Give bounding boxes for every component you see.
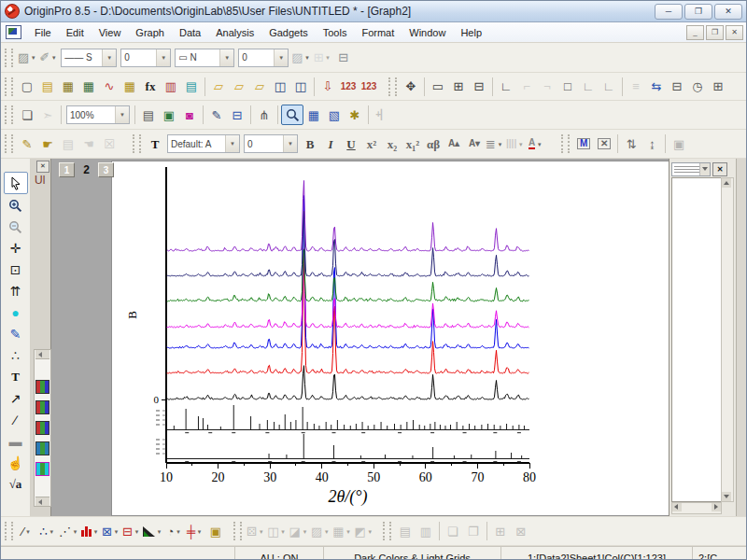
import-single-ascii-button[interactable]: 123	[338, 77, 359, 96]
project-explorer-close-button[interactable]: ✕	[712, 162, 727, 176]
mdi-restore-button[interactable]: ❐	[706, 25, 724, 40]
arrow-tool[interactable]: ↗	[5, 388, 27, 409]
column-plot-dropdown[interactable]: ▾	[92, 528, 100, 535]
stock-plot-dropdown[interactable]: ▾	[195, 528, 204, 535]
layer-grid-alt-button[interactable]: ⊟	[469, 77, 489, 96]
axes-corner-button[interactable]: ∟	[578, 77, 599, 96]
menu-item-help[interactable]: Help	[453, 25, 489, 40]
mask-range-tool[interactable]: ●	[5, 302, 27, 323]
toolbar-grip[interactable]	[133, 134, 141, 153]
new-matrix-button[interactable]: ▦	[78, 77, 99, 96]
fill-color-button[interactable]: ▨▾	[17, 49, 38, 67]
border-style-combo[interactable]: ▭ N▼	[175, 49, 234, 67]
column-plot-button[interactable]: ▾	[80, 522, 101, 540]
horizontal-scrollbar[interactable]	[671, 502, 722, 514]
toolbar-grip[interactable]	[5, 134, 13, 153]
italic-button[interactable]: I	[320, 134, 341, 153]
scroll-down-icon[interactable]	[722, 492, 731, 501]
polar-plot-button[interactable]: ◔▾	[164, 522, 185, 540]
chevron-down-icon[interactable]: ▼	[156, 49, 170, 66]
zoom-out-tool[interactable]	[5, 217, 27, 237]
edit-mode-button[interactable]: ✎	[206, 105, 227, 124]
menu-item-view[interactable]: View	[92, 25, 129, 40]
line-plot-dropdown[interactable]: ▾	[24, 528, 33, 535]
chevron-down-icon[interactable]: ▼	[283, 135, 297, 152]
workbook-icon[interactable]	[35, 421, 49, 435]
text-tool[interactable]: T	[5, 367, 27, 387]
font-tool-button[interactable]: T	[145, 134, 165, 153]
menu-item-format[interactable]: Format	[354, 25, 402, 40]
grid-border-dropdown[interactable]: ▾	[324, 54, 332, 61]
superscript-button[interactable]: x²	[361, 134, 382, 153]
scatter-plot-button[interactable]: ∴▾	[37, 522, 58, 540]
template-plot-button[interactable]: ⊠▾	[101, 522, 121, 540]
format-painter-button[interactable]: ✎	[17, 134, 37, 153]
date-time-stamp-button[interactable]: ◷	[687, 77, 708, 96]
screen-capture-button[interactable]: ◙	[179, 105, 200, 124]
split-view-button[interactable]: ⊟	[227, 105, 247, 124]
restore-button[interactable]: ❐	[684, 4, 712, 20]
line-style-combo[interactable]: —— S▼	[61, 49, 117, 67]
toolbar-grip[interactable]	[5, 105, 13, 124]
line-color-dropdown[interactable]: ▾	[49, 54, 58, 61]
chevron-down-icon[interactable]: ▼	[274, 49, 288, 66]
template-plot-dropdown[interactable]: ▾	[112, 528, 120, 535]
layer-grid-button[interactable]: ⊞	[448, 77, 469, 96]
line-symbol-plot-button[interactable]: ⋰▾	[58, 522, 80, 540]
mdi-minimize-button[interactable]: _	[686, 25, 704, 40]
exclude-from-master-button[interactable]: ✕	[594, 134, 614, 153]
decrease-spacing-button[interactable]: ↨	[641, 134, 662, 153]
copy-format-button[interactable]: ☛	[37, 134, 58, 153]
update-legend-button[interactable]: ⇆	[646, 77, 667, 96]
toolbar-grip[interactable]	[383, 522, 391, 540]
font-color-button[interactable]: A▾	[526, 134, 546, 153]
new-project-button[interactable]: ▢	[17, 77, 37, 96]
new-workbook-button[interactable]: ▦	[58, 77, 78, 96]
menu-item-tools[interactable]: Tools	[316, 25, 355, 40]
line-width-combo[interactable]: 0▼	[120, 49, 171, 67]
equation-tool[interactable]: √a	[5, 474, 27, 495]
font-name-combo[interactable]: Default: A▼	[167, 134, 240, 153]
minimize-button[interactable]: ─	[655, 4, 683, 20]
contour-plot-dropdown[interactable]: ▾	[366, 528, 374, 535]
graph-page[interactable]: 10203040506070802θ/(°)B0	[111, 161, 669, 516]
toolbar-grip[interactable]	[561, 134, 570, 153]
open-button[interactable]: ▱	[208, 77, 229, 96]
new-excel-workbook-button[interactable]: ▦	[120, 77, 140, 96]
area-plot-button[interactable]: ▾	[142, 522, 164, 540]
menu-item-edit[interactable]: Edit	[59, 25, 92, 40]
3d-bars-plot-dropdown[interactable]: ▾	[345, 528, 353, 535]
save-project-button[interactable]: ◫	[270, 77, 290, 96]
new-notes-button[interactable]: ▤	[181, 77, 202, 96]
view-edit-sheet-button[interactable]: ▧	[324, 105, 345, 124]
line-symbol-plot-dropdown[interactable]: ▾	[71, 528, 79, 535]
color-scale-button[interactable]: ⊟	[667, 77, 687, 96]
menu-item-gadgets[interactable]: Gadgets	[261, 25, 316, 40]
fill-color-dropdown[interactable]: ▾	[29, 54, 37, 61]
open-excel-button[interactable]: ▱	[249, 77, 270, 96]
new-layout-button[interactable]: ▥	[161, 77, 181, 96]
line-color-button[interactable]: ✐▾	[38, 49, 59, 67]
greek-symbols-button[interactable]: αβ	[423, 134, 444, 153]
chevron-down-icon[interactable]: ▼	[225, 135, 239, 152]
underline-button[interactable]: U	[341, 134, 361, 153]
alignment-button[interactable]: ≣▾	[485, 134, 505, 153]
zoom-all-button[interactable]	[281, 105, 303, 125]
import-multiple-ascii-button[interactable]: 123	[359, 77, 379, 96]
toolbar-grip[interactable]	[5, 77, 13, 96]
alignment-dropdown[interactable]: ▾	[496, 141, 504, 147]
3d-wireframe-plot-dropdown[interactable]: ▾	[322, 528, 331, 535]
folder-select[interactable]	[671, 162, 711, 176]
left-dock-close-button[interactable]: ✕	[36, 161, 49, 173]
menu-item-file[interactable]: File	[27, 25, 59, 40]
zoom-level-combo[interactable]: 100%▼	[66, 105, 130, 124]
new-graph-button[interactable]: ∿	[99, 77, 120, 96]
menu-item-data[interactable]: Data	[172, 25, 208, 40]
close-button[interactable]: ✕	[714, 4, 742, 20]
fill-pattern-dropdown[interactable]: ▾	[303, 54, 312, 61]
layer-button-3[interactable]: 3	[98, 162, 114, 177]
draw-data-tool[interactable]: ✎	[5, 324, 27, 344]
increase-font-button[interactable]: A▴	[444, 134, 464, 153]
graph-icon[interactable]	[35, 462, 49, 476]
slide-show-button[interactable]: ▣	[159, 105, 179, 124]
